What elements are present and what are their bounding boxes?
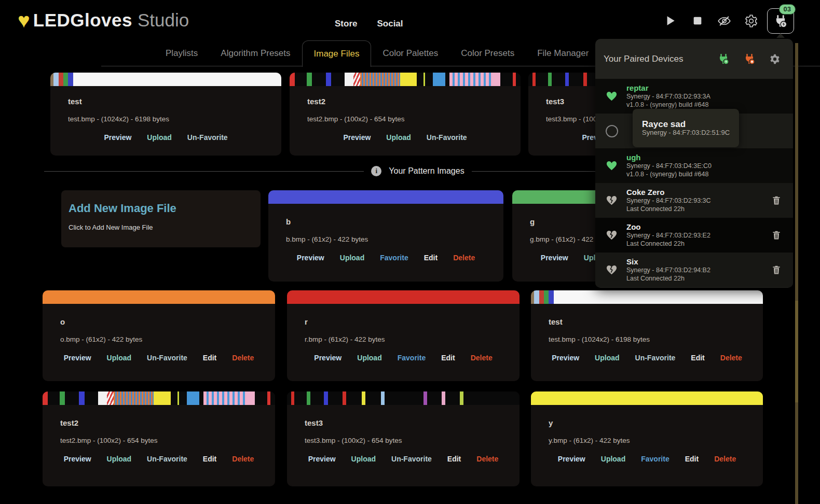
preview-button[interactable]: Preview [64, 354, 91, 362]
device-name: Zoo [626, 222, 710, 231]
image-preview-strip[interactable] [268, 190, 503, 204]
unpaired-circle-icon[interactable] [606, 125, 619, 137]
upload-button[interactable]: Upload [601, 455, 625, 463]
upload-button[interactable]: Upload [351, 455, 376, 463]
play-icon[interactable] [663, 14, 677, 30]
stop-icon[interactable] [692, 15, 703, 29]
image-preview-strip[interactable] [43, 391, 275, 405]
add-new-image-title: Add New Image File [69, 202, 261, 215]
broken-heart-icon[interactable] [606, 229, 619, 241]
upload-button[interactable]: Upload [107, 455, 131, 463]
device-row-coke-zero[interactable]: Coke Zero Synergy - 84:F7:03:D2:93:3C La… [595, 183, 793, 218]
delete-device-icon[interactable] [771, 195, 782, 206]
brand-heart-icon: ♥ [18, 5, 30, 35]
device-settings-icon[interactable] [769, 53, 781, 65]
preview-button[interactable]: Preview [104, 133, 131, 142]
preview-button[interactable]: Preview [558, 455, 585, 463]
preview-button[interactable]: Preview [64, 455, 91, 463]
favorite-button[interactable]: Favorite [398, 354, 426, 362]
unfavorite-button[interactable]: Un-Favorite [187, 133, 228, 142]
edit-button[interactable]: Edit [447, 455, 461, 463]
tab-color-palettes[interactable]: Color Palettes [371, 40, 449, 66]
settings-icon[interactable] [744, 14, 758, 30]
device-row-rayce-sad[interactable]: Rayce sad Synergy - 84:F7:03:D2:51:9C [595, 114, 793, 148]
app-brand: ♥ LEDGloves Studio [18, 5, 189, 35]
edit-button[interactable]: Edit [691, 354, 704, 362]
device-address: Synergy - 84:F7:03:D2:94:B2 [626, 266, 710, 274]
preview-button[interactable]: Preview [308, 455, 336, 463]
tab-algorithm-presets[interactable]: Algorithm Presets [209, 40, 302, 66]
add-new-image-card[interactable]: Add New Image File Click to Add New Imag… [61, 190, 261, 247]
unfavorite-button[interactable]: Un-Favorite [147, 455, 187, 463]
preview-button[interactable]: Preview [297, 254, 324, 262]
preview-button[interactable]: Preview [552, 354, 579, 362]
tab-color-presets[interactable]: Color Presets [449, 40, 526, 66]
plug-disconnect-icon[interactable] [743, 53, 756, 65]
image-card-y: y y.bmp - (61x2) - 422 bytes Preview Upl… [531, 391, 763, 486]
unfavorite-button[interactable]: Un-Favorite [391, 455, 432, 463]
vertical-scrollbar[interactable] [795, 43, 798, 504]
image-preview-strip[interactable] [50, 73, 281, 86]
image-preview-strip[interactable] [531, 391, 763, 405]
nav-store[interactable]: Store [335, 19, 357, 29]
edit-button[interactable]: Edit [203, 354, 216, 362]
upload-button[interactable]: Upload [595, 354, 619, 362]
image-meta: test2.bmp - (100x2) - 654 bytes [307, 115, 521, 123]
image-preview-strip[interactable] [287, 290, 520, 304]
plug-connected-icon[interactable] [717, 53, 730, 65]
upload-button[interactable]: Upload [147, 133, 171, 142]
upload-button[interactable]: Upload [357, 354, 381, 362]
unfavorite-button[interactable]: Un-Favorite [635, 354, 676, 362]
delete-device-icon[interactable] [771, 230, 782, 241]
delete-device-icon[interactable] [771, 264, 782, 276]
brand-name: LEDGloves [33, 10, 132, 31]
broken-heart-icon[interactable] [606, 264, 619, 276]
broken-heart-icon[interactable] [606, 194, 619, 206]
edit-button[interactable]: Edit [203, 455, 216, 463]
device-row-six[interactable]: Six Synergy - 84:F7:03:D2:94:B2 Last Con… [595, 253, 793, 287]
delete-button[interactable]: Delete [453, 254, 475, 262]
image-meta: o.bmp - (61x2) - 422 bytes [60, 335, 275, 343]
preview-button[interactable]: Preview [343, 133, 371, 142]
edit-button[interactable]: Edit [685, 455, 699, 463]
delete-button[interactable]: Delete [471, 354, 493, 362]
paired-devices-panel: Your Paired Devices reptar [595, 39, 793, 288]
upload-button[interactable]: Upload [107, 354, 131, 362]
nav-social[interactable]: Social [377, 19, 403, 29]
info-icon[interactable]: i [371, 166, 381, 176]
visibility-off-icon[interactable] [717, 14, 731, 30]
delete-button[interactable]: Delete [476, 455, 498, 463]
preview-button[interactable]: Preview [314, 354, 341, 362]
device-version: v1.0.8 - (synergy) build #648 [626, 170, 712, 178]
device-row-reptar[interactable]: reptar Synergy - 84:F7:03:D2:93:3A v1.0.… [595, 79, 793, 114]
image-preview-strip[interactable] [290, 73, 521, 86]
favorite-button[interactable]: Favorite [641, 455, 669, 463]
device-address: Synergy - 84:F7:03:D4:3E:C0 [626, 162, 712, 170]
edit-button[interactable]: Edit [424, 254, 438, 262]
tab-image-files[interactable]: Image Files [302, 40, 372, 67]
image-preview-strip[interactable] [43, 290, 275, 304]
scrollbar-thumb[interactable] [795, 301, 798, 402]
image-preview-strip[interactable] [531, 290, 763, 304]
favorite-heart-icon[interactable] [606, 160, 619, 172]
unfavorite-button[interactable]: Un-Favorite [147, 354, 187, 362]
panel-title: Your Paired Devices [604, 54, 704, 64]
paired-devices-button[interactable]: 03 [767, 8, 794, 34]
upload-button[interactable]: Upload [386, 133, 411, 142]
image-card-test-favorite: test test.bmp - (1024x2) - 6198 bytes Pr… [50, 73, 281, 156]
tab-playlists[interactable]: Playlists [154, 40, 209, 66]
unfavorite-button[interactable]: Un-Favorite [427, 133, 467, 142]
favorite-heart-icon[interactable] [606, 90, 619, 102]
delete-button[interactable]: Delete [232, 455, 254, 463]
image-preview-strip[interactable] [287, 391, 520, 405]
edit-button[interactable]: Edit [441, 354, 455, 362]
favorite-button[interactable]: Favorite [380, 254, 408, 262]
preview-button[interactable]: Preview [541, 254, 568, 262]
upload-button[interactable]: Upload [340, 254, 364, 262]
device-row-zoo[interactable]: Zoo Synergy - 84:F7:03:D2:93:E2 Last Con… [595, 218, 793, 253]
device-row-ugh[interactable]: ugh Synergy - 84:F7:03:D4:3E:C0 v1.0.8 -… [595, 148, 793, 183]
tab-file-manager[interactable]: File Manager [526, 40, 600, 66]
delete-button[interactable]: Delete [720, 354, 742, 362]
delete-button[interactable]: Delete [232, 354, 254, 362]
delete-button[interactable]: Delete [714, 455, 736, 463]
